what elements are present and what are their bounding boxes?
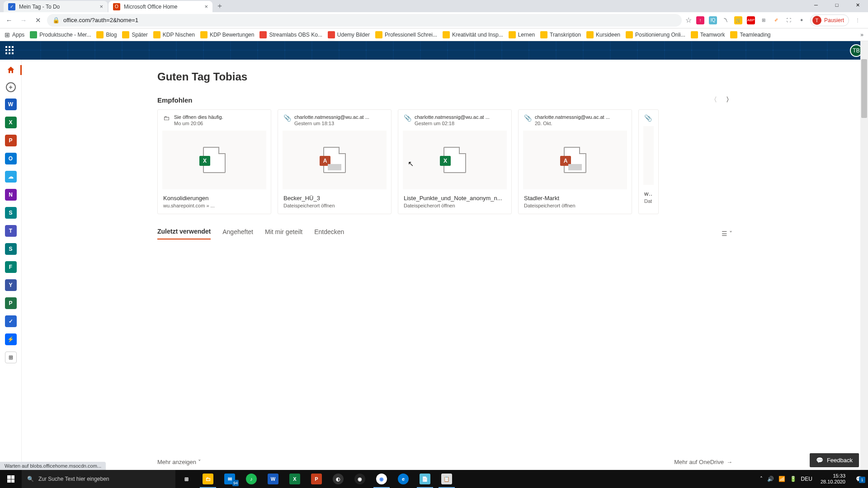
- taskbar-excel[interactable]: X: [284, 470, 306, 488]
- close-tab-icon[interactable]: ×: [204, 3, 208, 10]
- carousel-prev-icon[interactable]: 〈: [711, 96, 717, 104]
- back-button[interactable]: ←: [4, 15, 14, 26]
- more-onedrive-link[interactable]: Mehr auf OneDrive →: [674, 459, 732, 465]
- bookmarks-overflow-icon[interactable]: »: [860, 32, 863, 38]
- language-indicator[interactable]: DEU: [801, 476, 812, 482]
- taskbar-notepad[interactable]: 📄: [414, 470, 436, 488]
- minimize-button[interactable]: ─: [806, 0, 826, 10]
- taskbar-chrome[interactable]: ◉: [371, 470, 392, 488]
- recommended-card[interactable]: 📎charlotte.natmessnig@wu.ac.at ...Gester…: [398, 109, 512, 214]
- recommended-card[interactable]: 📎charlotte.natmessnig@wu.ac.at ...20. Ok…: [518, 109, 632, 214]
- bookmark-item[interactable]: Kreativität und Insp...: [443, 31, 503, 38]
- taskbar-edge[interactable]: e: [392, 470, 414, 488]
- abp-icon[interactable]: ABP: [747, 16, 755, 24]
- bookmark-item[interactable]: Blog: [96, 31, 117, 38]
- recommended-card[interactable]: 🗀Sie öffnen dies häufig.Mo um 20:06 X Ko…: [157, 109, 271, 214]
- start-button[interactable]: [0, 470, 22, 488]
- rail-yammer-icon[interactable]: Y: [5, 279, 17, 291]
- recommended-card-partial[interactable]: 📎 ws.Dat: [638, 109, 659, 214]
- extension-icon[interactable]: ↑: [696, 16, 704, 24]
- bookmark-item[interactable]: Später: [122, 31, 147, 38]
- taskbar-word[interactable]: W: [262, 470, 284, 488]
- bookmark-item[interactable]: KDP Bewertungen: [200, 31, 255, 38]
- taskbar-obs[interactable]: ◉: [349, 470, 371, 488]
- rail-home-icon[interactable]: [5, 64, 17, 76]
- rail-todo-icon[interactable]: ✓: [5, 315, 17, 327]
- taskbar-search[interactable]: 🔍 Zur Suche Text hier eingeben: [22, 470, 175, 488]
- tab-discover[interactable]: Entdecken: [314, 228, 344, 239]
- address-bar: ← → ✕ 🔒 office.com/?auth=2&home=1 ☆ ↑ IQ…: [0, 12, 868, 28]
- show-more-link[interactable]: Mehr anzeigen ˅: [157, 459, 201, 465]
- url-field[interactable]: 🔒 office.com/?auth=2&home=1: [47, 14, 682, 27]
- app-launcher-icon[interactable]: [5, 46, 14, 55]
- profile-chip[interactable]: T Pausiert: [810, 14, 849, 26]
- rail-powerpoint-icon[interactable]: P: [5, 135, 17, 146]
- scrollbar-thumb[interactable]: [861, 59, 867, 118]
- bookmark-item[interactable]: Teamleading: [730, 31, 770, 38]
- wifi-icon[interactable]: 📶: [778, 476, 785, 482]
- task-view-icon[interactable]: ⊞: [175, 470, 197, 488]
- rail-all-apps-icon[interactable]: ⊞: [5, 352, 17, 363]
- feedback-button[interactable]: 💬 Feedback: [810, 453, 859, 467]
- extensions-menu-icon[interactable]: ✦: [797, 16, 806, 24]
- rail-onedrive-icon[interactable]: ☁: [5, 171, 17, 183]
- rail-onenote-icon[interactable]: N: [5, 189, 17, 201]
- apps-button[interactable]: ⊞Apps: [5, 31, 24, 38]
- reload-button[interactable]: ✕: [33, 15, 43, 26]
- carousel-next-icon[interactable]: 〉: [726, 96, 732, 104]
- bookmark-item[interactable]: KDP Nischen: [153, 31, 195, 38]
- view-options-icon[interactable]: ☰ ˅: [722, 230, 732, 237]
- taskbar-explorer[interactable]: 🗀: [197, 470, 219, 488]
- forward-button[interactable]: →: [18, 15, 29, 26]
- rail-excel-icon[interactable]: X: [5, 117, 17, 128]
- bookmark-item[interactable]: Professionell Schrei...: [375, 31, 437, 38]
- extension-icon[interactable]: ⛶: [785, 16, 793, 24]
- taskbar-mail[interactable]: ✉94: [219, 470, 241, 488]
- extension-icon[interactable]: ⊞: [760, 16, 768, 24]
- bookmark-item[interactable]: Produktsuche - Mer...: [30, 31, 91, 38]
- status-bar-hint: Warten auf blobs.officehome.msocdn.com..…: [0, 462, 106, 470]
- extension-icon[interactable]: IQ: [709, 16, 717, 24]
- extension-icon[interactable]: 🛒: [734, 16, 742, 24]
- close-window-button[interactable]: ✕: [847, 0, 868, 10]
- rail-forms-icon[interactable]: F: [5, 261, 17, 273]
- tab-shared[interactable]: Mit mir geteilt: [265, 228, 302, 239]
- rail-outlook-icon[interactable]: O: [5, 153, 17, 164]
- browser-tab-todo[interactable]: ✓ Mein Tag - To Do ×: [4, 1, 108, 12]
- rail-create-icon[interactable]: +: [6, 82, 16, 92]
- tab-pinned[interactable]: Angeheftet: [222, 228, 253, 239]
- bookmark-item[interactable]: Positionierung Onli...: [626, 31, 685, 38]
- browser-menu-icon[interactable]: ⋮: [854, 16, 862, 24]
- rail-sway-icon[interactable]: S: [5, 243, 17, 255]
- volume-icon[interactable]: 🔊: [767, 476, 774, 482]
- taskbar-app[interactable]: 📋: [436, 470, 458, 488]
- taskbar-clock[interactable]: 15:33 28.10.2020: [817, 473, 849, 485]
- bookmark-item[interactable]: Teamwork: [691, 31, 725, 38]
- star-icon[interactable]: ☆: [685, 16, 692, 24]
- tab-recent[interactable]: Zuletzt verwendet: [157, 228, 211, 239]
- tray-overflow-icon[interactable]: ˄: [760, 476, 763, 482]
- taskbar-spotify[interactable]: ♪: [241, 470, 262, 488]
- rail-automate-icon[interactable]: ⚡: [5, 333, 17, 345]
- rail-planner-icon[interactable]: P: [5, 297, 17, 309]
- bookmark-item[interactable]: Streamlabs OBS Ko...: [259, 31, 322, 38]
- taskbar-powerpoint[interactable]: P: [306, 470, 327, 488]
- recommended-card[interactable]: 📎charlotte.natmessnig@wu.ac.at ...Gester…: [278, 109, 392, 214]
- taskbar-app[interactable]: ◐: [327, 470, 349, 488]
- notifications-icon[interactable]: 💬1: [854, 476, 864, 482]
- rail-word-icon[interactable]: W: [5, 99, 17, 110]
- bookmark-item[interactable]: Transkription: [540, 31, 581, 38]
- rail-sharepoint-icon[interactable]: S: [5, 207, 17, 219]
- maximize-button[interactable]: □: [826, 0, 847, 10]
- close-tab-icon[interactable]: ×: [99, 3, 103, 10]
- extension-icon[interactable]: 〽: [722, 16, 730, 24]
- browser-tab-office[interactable]: O Microsoft Office Home ×: [108, 1, 212, 12]
- battery-icon[interactable]: 🔋: [790, 476, 797, 482]
- extension-icon[interactable]: ✐: [772, 16, 780, 24]
- bookmark-item[interactable]: Udemy Bilder: [328, 31, 370, 38]
- bookmark-item[interactable]: Kursideen: [586, 31, 620, 38]
- vertical-scrollbar[interactable]: [860, 41, 868, 470]
- bookmark-item[interactable]: Lernen: [509, 31, 535, 38]
- new-tab-button[interactable]: ＋: [213, 0, 226, 12]
- rail-teams-icon[interactable]: T: [5, 225, 17, 237]
